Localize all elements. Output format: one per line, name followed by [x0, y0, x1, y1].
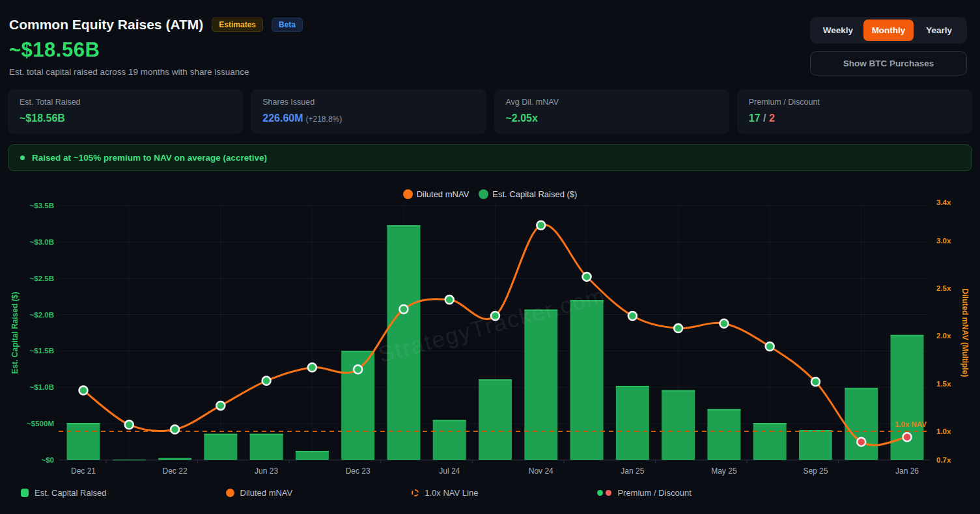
show-btc-purchases-button[interactable]: Show BTC Purchases [810, 51, 967, 75]
mnav-point[interactable] [125, 420, 133, 429]
x-axis-label: Nov 24 [529, 467, 553, 476]
capital-bar-top [845, 388, 878, 389]
stat-card-premium-discount: Premium / Discount 17 / 2 [737, 89, 972, 134]
mnav-point[interactable] [628, 312, 637, 320]
x-axis-label: Dec 23 [346, 467, 371, 476]
left-axis-tick: ~$1.5B [30, 347, 54, 355]
capital-bar[interactable] [524, 310, 557, 460]
mnav-point[interactable] [674, 324, 682, 332]
capital-bar[interactable] [433, 420, 466, 460]
toggle-weekly[interactable]: Weekly [813, 20, 863, 41]
header: Common Equity Raises (ATM) Estimates Bet… [8, 8, 972, 77]
period-toggle: Weekly Monthly Yearly [810, 17, 967, 44]
right-axis-tick: 3.0x [936, 237, 951, 245]
chart-canvas[interactable]: ~$3.5B~$3.0B~$2.5B~$2.0B~$1.5B~$1.0B~$50… [0, 178, 980, 482]
capital-bar-top [387, 225, 420, 226]
capital-bar[interactable] [570, 300, 604, 460]
legend-item-est-capital-raised: Est. Capital Raised [21, 488, 107, 498]
left-axis-tick: ~$0 [41, 456, 54, 464]
total-raised-headline: ~$18.56B [9, 38, 303, 62]
x-axis-label: Dec 21 [71, 467, 96, 476]
stat-suffix: (+218.8%) [306, 115, 343, 124]
mnav-point[interactable] [491, 312, 499, 320]
mnav-point[interactable] [171, 426, 179, 434]
accretive-banner: Raised at ~105% premium to NAV on averag… [8, 144, 972, 171]
legend-label: Est. Capital Raised [35, 488, 107, 498]
legend-item-diluted-mnav: Diluted mNAV [226, 488, 293, 498]
stat-card-shares-issued: Shares Issued 226.60M(+218.8%) [251, 89, 486, 134]
capital-bar[interactable] [250, 434, 283, 460]
right-axis-tick: 2.0x [936, 332, 951, 340]
mnav-point[interactable] [720, 319, 728, 328]
x-axis-label: Jun 23 [255, 467, 278, 476]
toggle-monthly[interactable]: Monthly [863, 20, 914, 41]
right-axis-tick: 3.4x [936, 198, 951, 206]
dashboard: Common Equity Raises (ATM) Estimates Bet… [0, 0, 980, 498]
green-red-dots-icon [597, 490, 611, 496]
mnav-point[interactable] [399, 305, 408, 314]
mnav-point[interactable] [583, 273, 591, 281]
stat-value: ~$18.56B [20, 113, 231, 124]
stat-label: Premium / Discount [749, 98, 960, 107]
banner-text: Raised at ~105% premium to NAV on averag… [32, 153, 267, 163]
mnav-point[interactable] [79, 386, 88, 394]
left-axis-tick: ~$3.5B [30, 202, 54, 210]
right-axis-tick: 0.7x [936, 456, 951, 464]
capital-bar-top [204, 434, 237, 435]
mnav-point[interactable] [445, 295, 454, 304]
capital-bar-top [616, 386, 649, 387]
x-axis-label: May 25 [711, 467, 737, 476]
capital-bar[interactable] [662, 390, 695, 460]
toggle-yearly[interactable]: Yearly [914, 20, 964, 41]
mnav-point[interactable] [537, 221, 545, 230]
orange-circle-icon [226, 489, 234, 497]
x-axis-label: Jan 26 [895, 467, 919, 476]
x-axis-label: Sep 25 [803, 467, 828, 476]
legend-label: Diluted mNAV [240, 488, 293, 498]
capital-bar[interactable] [67, 423, 100, 460]
capital-bar-top [433, 420, 466, 422]
capital-bar[interactable] [204, 434, 237, 460]
mnav-point[interactable] [857, 438, 865, 446]
capital-bar-top [753, 423, 787, 424]
discount-count: 2 [769, 113, 775, 124]
capital-bar[interactable] [799, 430, 832, 460]
mnav-point[interactable] [216, 401, 225, 410]
stat-card-avg-mnav: Avg Dil. mNAV ~2.05x [494, 89, 729, 134]
chart-section: ~$3.5B~$3.0B~$2.5B~$2.0B~$1.5B~$1.0B~$50… [0, 178, 980, 482]
mnav-point[interactable] [903, 433, 912, 441]
capital-bar[interactable] [296, 451, 329, 460]
stat-label: Est. Total Raised [20, 98, 231, 107]
stat-value: ~2.05x [506, 113, 718, 124]
capital-bar-top [250, 434, 283, 435]
capital-bar-top [341, 351, 374, 352]
capital-bar[interactable] [479, 379, 512, 460]
mnav-point[interactable] [811, 377, 820, 386]
header-controls: Weekly Monthly Yearly Show BTC Purchases [810, 17, 967, 75]
capital-bar[interactable] [158, 458, 191, 460]
capital-bar-top [479, 379, 512, 381]
capital-bar[interactable] [753, 423, 787, 460]
bottom-legend: Est. Capital Raised Diluted mNAV 1.0x NA… [8, 482, 972, 498]
left-axis-tick: ~$500M [27, 420, 54, 427]
green-square-icon [21, 489, 29, 497]
capital-bar[interactable] [113, 459, 146, 460]
nav-line-label: 1.0x NAV [895, 420, 927, 428]
stats-row: Est. Total Raised ~$18.56B Shares Issued… [8, 89, 972, 134]
bullet-dot-icon [20, 156, 25, 160]
left-axis-tick: ~$1.0B [30, 383, 54, 391]
left-axis-tick: ~$3.0B [30, 238, 54, 246]
capital-bar[interactable] [616, 386, 649, 460]
beta-badge: Beta [272, 18, 303, 32]
mnav-point[interactable] [766, 342, 774, 351]
mnav-point[interactable] [308, 363, 316, 372]
capital-bar[interactable] [845, 388, 878, 460]
mnav-point[interactable] [354, 365, 362, 373]
mnav-point[interactable] [262, 377, 271, 385]
capital-bar[interactable] [707, 409, 740, 460]
right-axis-tick: 1.0x [936, 427, 951, 435]
x-axis-label: Jul 24 [439, 467, 460, 476]
header-subtitle: Est. total capital raised across 19 mont… [9, 67, 303, 77]
stat-card-total-raised: Est. Total Raised ~$18.56B [8, 89, 243, 134]
legend-item-nav-line: 1.0x NAV Line [412, 488, 478, 498]
